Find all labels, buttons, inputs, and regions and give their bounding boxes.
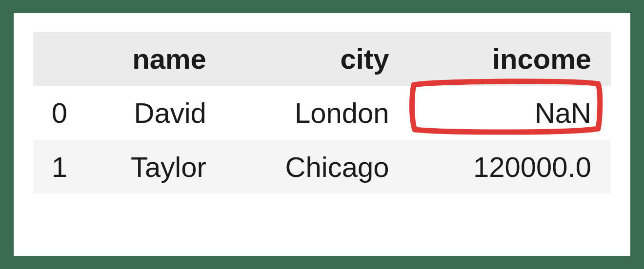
col-city: city bbox=[226, 32, 409, 86]
col-name: name bbox=[82, 32, 226, 86]
col-income: income bbox=[408, 32, 611, 86]
cell-name: David bbox=[82, 86, 226, 140]
table-row: 1 Taylor Chicago 120000.0 bbox=[33, 140, 611, 194]
cell-city: Chicago bbox=[226, 140, 409, 194]
table-header-row: name city income bbox=[33, 32, 611, 86]
cell-income: NaN bbox=[408, 86, 611, 140]
cell-income-value: NaN bbox=[535, 97, 591, 129]
cell-city: London bbox=[226, 86, 409, 140]
table-body: 0 David London NaN 1 Taylor bbox=[33, 86, 611, 194]
cell-index: 0 bbox=[33, 86, 82, 140]
cell-name: Taylor bbox=[82, 140, 226, 194]
dataframe-table: name city income 0 David London NaN bbox=[33, 32, 611, 194]
cell-income: 120000.0 bbox=[408, 140, 611, 194]
table-row: 0 David London NaN bbox=[33, 86, 611, 140]
col-index bbox=[33, 32, 82, 86]
table-header: name city income bbox=[33, 32, 611, 86]
cell-index: 1 bbox=[33, 140, 82, 194]
table-card: name city income 0 David London NaN bbox=[14, 13, 630, 256]
